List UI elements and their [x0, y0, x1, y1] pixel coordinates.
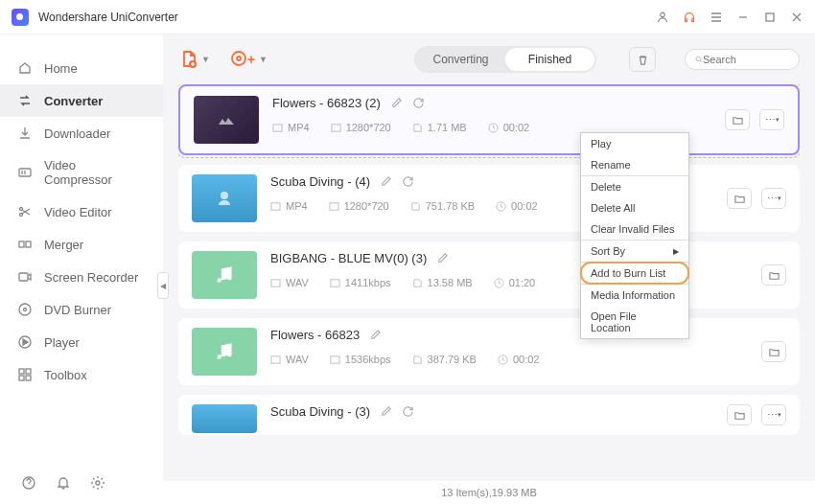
format-meta: MP4 — [272, 122, 310, 133]
ctx-rename[interactable]: Rename — [581, 154, 688, 175]
duration-meta: 00:02 — [488, 122, 530, 133]
thumbnail — [194, 96, 259, 144]
edit-icon[interactable] — [390, 97, 403, 109]
duration-meta: 00:02 — [498, 354, 540, 365]
titlebar: Wondershare UniConverter — [0, 0, 815, 34]
file-row[interactable]: Flowers - 66823 (2) MP4 1280*720 1.71 MB… — [178, 84, 800, 155]
svg-rect-22 — [332, 124, 340, 130]
add-file-button[interactable]: ▼ — [178, 49, 210, 70]
search-box[interactable] — [685, 49, 800, 70]
folder-button[interactable] — [727, 188, 752, 209]
close-icon[interactable] — [790, 11, 803, 24]
svg-point-8 — [19, 304, 31, 315]
bell-icon[interactable] — [56, 475, 71, 491]
file-row[interactable]: Scuba Diving - (4) MP4 1280*720 751.78 K… — [178, 165, 800, 232]
tab-converting[interactable]: Converting — [416, 48, 505, 71]
svg-point-20 — [696, 57, 701, 61]
merger-icon — [17, 237, 33, 252]
sidebar-item-label: Toolbox — [44, 368, 87, 382]
file-list: Flowers - 66823 (2) MP4 1280*720 1.71 MB… — [178, 84, 800, 481]
chevron-down-icon: ▼ — [201, 55, 210, 64]
ctx-sort-by[interactable]: Sort By▶ — [581, 241, 688, 262]
sidebar-item-dvd[interactable]: DVD Burner — [0, 293, 163, 326]
compressor-icon — [17, 165, 33, 180]
svg-point-18 — [232, 52, 245, 65]
sidebar-item-editor[interactable]: Video Editor — [0, 195, 163, 228]
folder-button[interactable] — [761, 264, 786, 286]
format-meta: WAV — [270, 354, 309, 365]
home-icon — [17, 60, 33, 76]
minimize-icon[interactable] — [736, 11, 750, 24]
sidebar-item-converter[interactable]: Converter — [0, 84, 163, 117]
collapse-handle[interactable]: ◀ — [157, 272, 169, 299]
chevron-down-icon: ▼ — [259, 55, 268, 64]
sidebar-item-label: Video Editor — [44, 205, 112, 219]
file-row[interactable]: Scuba Diving - (3) ⋯ ▾ — [178, 395, 800, 435]
thumbnail — [192, 328, 257, 376]
folder-button[interactable] — [727, 404, 752, 425]
size-meta: 387.79 KB — [412, 354, 477, 365]
add-disc-button[interactable]: + ▼ — [229, 49, 268, 70]
resolution-meta: 1411kbps — [330, 277, 391, 288]
menu-icon[interactable] — [710, 11, 723, 24]
edit-icon[interactable] — [369, 329, 382, 341]
scissors-icon — [17, 204, 33, 219]
sidebar-item-label: Converter — [44, 94, 103, 108]
more-button[interactable]: ⋯ ▾ — [761, 404, 786, 425]
svg-rect-1 — [766, 13, 774, 21]
edit-icon[interactable] — [380, 405, 392, 418]
sidebar-item-home[interactable]: Home — [0, 52, 163, 84]
folder-button[interactable] — [761, 341, 786, 362]
sidebar-item-label: Merger — [44, 238, 83, 252]
headset-icon[interactable] — [683, 11, 696, 24]
sidebar-item-downloader[interactable]: Downloader — [0, 117, 163, 149]
ctx-delete[interactable]: Delete — [581, 176, 688, 197]
settings-icon[interactable] — [90, 475, 105, 491]
refresh-icon[interactable] — [412, 97, 425, 109]
folder-button[interactable] — [725, 109, 750, 130]
tab-finished[interactable]: Finished — [505, 48, 594, 71]
maximize-icon[interactable] — [763, 11, 777, 24]
svg-point-16 — [96, 481, 100, 485]
user-icon[interactable] — [656, 11, 669, 24]
player-icon — [17, 334, 33, 350]
trash-button[interactable] — [629, 47, 656, 72]
ctx-open-location[interactable]: Open File Location — [581, 306, 688, 338]
sidebar-item-recorder[interactable]: Screen Recorder — [0, 261, 163, 293]
help-icon[interactable] — [21, 475, 36, 491]
more-button[interactable]: ⋯ ▾ — [761, 188, 786, 209]
context-menu: Play Rename Delete Delete All Clear Inva… — [580, 132, 689, 339]
thumbnail — [192, 404, 257, 433]
refresh-icon[interactable] — [402, 175, 414, 188]
edit-icon[interactable] — [380, 175, 392, 188]
svg-rect-32 — [331, 355, 339, 362]
status-bar: 13 Item(s),19.93 MB — [163, 481, 815, 504]
svg-point-0 — [661, 12, 664, 16]
refresh-icon[interactable] — [402, 405, 414, 418]
sidebar-item-label: Home — [44, 61, 78, 76]
sidebar-item-merger[interactable]: Merger — [0, 228, 163, 261]
sidebar-item-player[interactable]: Player — [0, 326, 163, 358]
app-logo — [12, 9, 29, 26]
file-title: BIGBANG - BLUE MV(0) (3) — [270, 251, 427, 265]
tab-switch: Converting Finished — [414, 46, 596, 73]
svg-rect-6 — [26, 241, 31, 247]
ctx-clear-invalid[interactable]: Clear Invalid Files — [581, 218, 688, 240]
ctx-add-burn[interactable]: Add to Burn List — [581, 263, 688, 284]
chevron-right-icon: ▶ — [673, 247, 679, 256]
ctx-play[interactable]: Play — [581, 133, 688, 154]
sidebar-item-toolbox[interactable]: Toolbox — [0, 358, 163, 391]
search-input[interactable] — [703, 54, 789, 65]
svg-rect-21 — [273, 124, 282, 130]
file-title: Scuba Diving - (4) — [270, 174, 370, 189]
ctx-delete-all[interactable]: Delete All — [581, 197, 688, 218]
file-row[interactable]: BIGBANG - BLUE MV(0) (3) WAV 1411kbps 13… — [178, 241, 800, 309]
download-icon — [17, 126, 33, 141]
file-row[interactable]: Flowers - 66823 WAV 1536kbps 387.79 KB 0… — [178, 318, 800, 385]
svg-point-24 — [221, 192, 228, 199]
edit-icon[interactable] — [436, 252, 449, 264]
more-button[interactable]: ⋯ ▾ — [759, 109, 784, 130]
ctx-media-info[interactable]: Media Information — [581, 285, 688, 306]
sidebar-item-compressor[interactable]: Video Compressor — [0, 149, 163, 195]
sidebar: Home Converter Downloader Video Compress… — [0, 34, 163, 504]
